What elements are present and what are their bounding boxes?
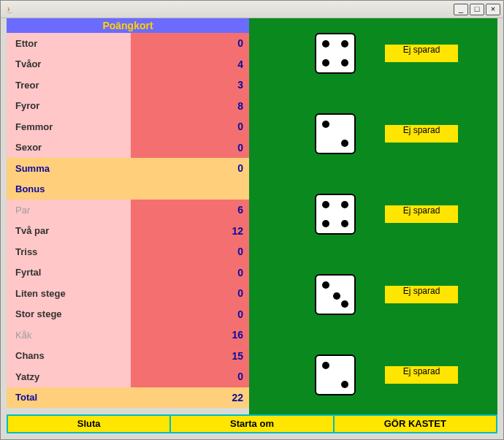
- score-row[interactable]: Femmor0: [7, 116, 249, 137]
- toggle-save-button[interactable]: Ej sparad: [385, 125, 458, 143]
- toggle-save-button[interactable]: Ej sparad: [385, 366, 458, 384]
- score-row[interactable]: Treor3: [7, 75, 249, 96]
- toggle-save-button[interactable]: Ej sparad: [385, 205, 458, 223]
- close-button[interactable]: ×: [486, 4, 500, 15]
- pip: [341, 381, 348, 388]
- score-value: 0: [131, 137, 249, 159]
- score-row: Bonus: [7, 179, 249, 200]
- die[interactable]: [315, 194, 356, 235]
- score-value: 0: [131, 366, 249, 387]
- quit-button[interactable]: Sluta: [8, 416, 169, 432]
- score-row[interactable]: Stor stege0: [7, 304, 249, 325]
- score-value: 0: [131, 241, 249, 262]
- pip: [341, 201, 348, 208]
- score-row: Total22: [7, 387, 249, 409]
- score-value: 4: [131, 54, 249, 75]
- score-row[interactable]: Kåk16: [7, 325, 249, 346]
- score-label: Yatzy: [7, 366, 131, 387]
- score-label: Treor: [7, 75, 131, 96]
- pip: [322, 201, 329, 208]
- score-value: 0: [131, 116, 249, 137]
- score-row: Summa0: [7, 158, 249, 179]
- pip: [322, 121, 329, 128]
- toggle-save-button[interactable]: Ej sparad: [385, 45, 458, 62]
- pip: [322, 59, 329, 67]
- score-row[interactable]: Två par12: [7, 221, 249, 242]
- dice-panel: Ej sparadEj sparadEj sparadEj sparadEj s…: [249, 18, 497, 414]
- score-row[interactable]: Chans15: [7, 346, 249, 367]
- score-value: 0: [131, 283, 249, 304]
- score-value: 0: [131, 33, 249, 54]
- score-label: Ettor: [7, 33, 131, 54]
- app-window: _ □ × Poängkort Ettor0Tvåor4Treor3Fyror8…: [0, 0, 504, 440]
- score-value: 15: [131, 346, 249, 367]
- die[interactable]: [315, 113, 356, 154]
- score-value: 3: [131, 75, 249, 96]
- die-group: Ej sparad: [315, 274, 458, 315]
- pip: [341, 300, 348, 308]
- score-value: [131, 179, 249, 200]
- minimize-button[interactable]: _: [454, 4, 468, 15]
- score-value: 8: [131, 96, 249, 117]
- die[interactable]: [315, 274, 356, 315]
- score-label: Tvåor: [7, 54, 131, 75]
- die-group: Ej sparad: [315, 194, 458, 235]
- score-value: 22: [131, 387, 249, 409]
- pip: [341, 140, 348, 147]
- pip: [341, 40, 348, 48]
- score-row[interactable]: Tvåor4: [7, 54, 249, 75]
- score-row[interactable]: Triss0: [7, 241, 249, 262]
- score-label: Par: [7, 200, 131, 221]
- score-label: Två par: [7, 221, 131, 242]
- java-icon: [4, 4, 15, 15]
- die[interactable]: [315, 33, 356, 74]
- score-label: Summa: [7, 158, 131, 179]
- pip: [333, 292, 340, 300]
- score-value: 0: [131, 158, 249, 179]
- toggle-save-button[interactable]: Ej sparad: [385, 286, 458, 303]
- pip: [341, 59, 348, 67]
- titlebar: _ □ ×: [1, 1, 503, 18]
- score-label: Triss: [7, 241, 131, 262]
- score-row[interactable]: Liten stege0: [7, 283, 249, 304]
- score-value: 12: [131, 221, 249, 242]
- score-value: 0: [131, 262, 249, 284]
- scorecard: Poängkort Ettor0Tvåor4Treor3Fyror8Femmor…: [7, 18, 249, 414]
- score-row[interactable]: Ettor0: [7, 33, 249, 54]
- pip: [322, 362, 329, 369]
- score-value: 16: [131, 325, 249, 346]
- maximize-button[interactable]: □: [470, 4, 484, 15]
- score-label: Liten stege: [7, 283, 131, 304]
- die-group: Ej sparad: [315, 354, 458, 395]
- score-label: Total: [7, 387, 131, 409]
- score-row[interactable]: Sexor0: [7, 137, 249, 159]
- score-label: Stor stege: [7, 304, 131, 325]
- score-row[interactable]: Fyror8: [7, 96, 249, 117]
- score-label: Fyrtal: [7, 262, 131, 284]
- score-row[interactable]: Par6: [7, 200, 249, 221]
- score-value: 6: [131, 200, 249, 221]
- score-label: Femmor: [7, 116, 131, 137]
- pip: [322, 40, 329, 48]
- restart-button[interactable]: Starta om: [171, 416, 332, 432]
- score-label: Bonus: [7, 179, 131, 200]
- pip: [341, 220, 348, 227]
- score-label: Chans: [7, 346, 131, 367]
- scorecard-header: Poängkort: [7, 18, 249, 33]
- die[interactable]: [315, 354, 356, 395]
- score-value: 0: [131, 304, 249, 325]
- score-label: Sexor: [7, 137, 131, 159]
- score-row[interactable]: Yatzy0: [7, 366, 249, 387]
- die-group: Ej sparad: [315, 113, 458, 154]
- window-controls: _ □ ×: [454, 4, 500, 15]
- die-group: Ej sparad: [315, 33, 458, 74]
- pip: [322, 281, 329, 289]
- score-row[interactable]: Fyrtal0: [7, 262, 249, 284]
- score-label: Kåk: [7, 325, 131, 346]
- pip: [322, 220, 329, 227]
- score-label: Fyror: [7, 96, 131, 117]
- bottom-bar: Sluta Starta om GÖR KASTET: [7, 414, 497, 433]
- roll-button[interactable]: GÖR KASTET: [335, 416, 496, 432]
